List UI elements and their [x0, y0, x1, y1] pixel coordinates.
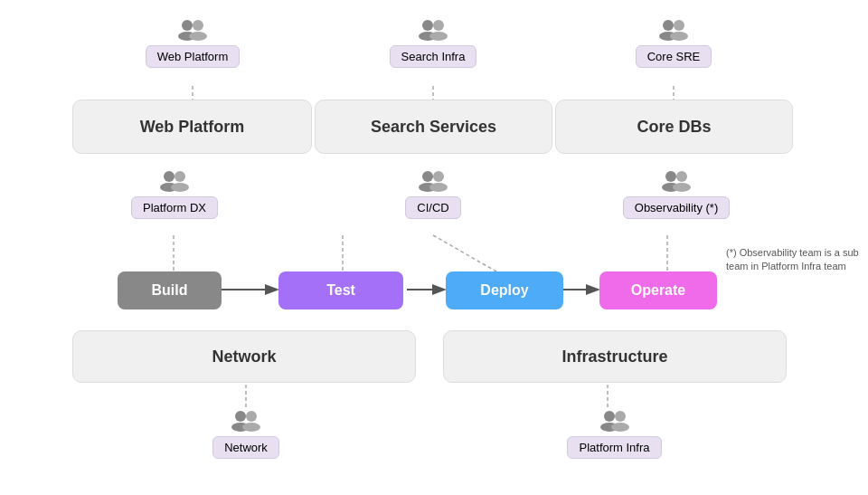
observability-team-group: Observability (*): [627, 167, 726, 219]
svg-point-28: [422, 171, 433, 182]
svg-point-14: [193, 20, 203, 31]
network-node: Network: [72, 330, 416, 383]
core-sre-team-group: Core SRE: [633, 16, 714, 68]
observability-team-label: Observability (*): [623, 196, 730, 219]
platform-dx-team-label: Platform DX: [131, 196, 218, 219]
core-sre-team-icon: [657, 16, 690, 42]
platform-infra-team-icon: [599, 407, 631, 433]
svg-point-40: [604, 411, 615, 422]
core-dbs-node: Core DBs: [555, 100, 793, 154]
cicd-team-label: CI/CD: [405, 196, 460, 219]
web-platform-team-group: Web Platform: [152, 16, 233, 68]
svg-point-36: [235, 411, 246, 422]
build-node: Build: [118, 271, 222, 309]
svg-point-20: [663, 20, 674, 31]
svg-point-32: [665, 171, 676, 182]
platform-infra-team-label: Platform Infra: [567, 436, 661, 459]
deploy-node: Deploy: [446, 271, 563, 309]
svg-point-22: [674, 20, 684, 31]
svg-point-18: [433, 20, 444, 31]
svg-point-27: [171, 183, 189, 192]
svg-point-38: [246, 411, 257, 422]
network-team-icon: [230, 407, 262, 433]
svg-point-19: [429, 32, 448, 41]
search-infra-team-icon: [417, 16, 449, 42]
svg-point-39: [242, 423, 260, 432]
test-node: Test: [278, 271, 403, 309]
web-platform-team-icon: [176, 16, 209, 42]
operate-node: Operate: [599, 271, 717, 309]
cicd-team-icon: [417, 167, 449, 193]
svg-point-30: [433, 171, 444, 182]
architecture-diagram: Web Platform Search Infra Core SRE Web P…: [0, 0, 868, 495]
platform-infra-team-group: Platform Infra: [567, 407, 662, 459]
svg-point-35: [673, 183, 691, 192]
svg-point-43: [611, 423, 629, 432]
search-infra-team-group: Search Infra: [392, 16, 474, 68]
svg-point-12: [182, 20, 193, 31]
observability-team-icon: [660, 167, 693, 193]
svg-point-42: [615, 411, 626, 422]
web-platform-team-label: Web Platform: [146, 45, 241, 68]
network-team-label: Network: [212, 436, 279, 459]
platform-dx-team-group: Platform DX: [134, 167, 215, 219]
search-infra-team-label: Search Infra: [390, 45, 477, 68]
svg-point-24: [164, 171, 175, 182]
infrastructure-node: Infrastructure: [443, 330, 787, 383]
svg-point-26: [175, 171, 185, 182]
observability-note: (*) Observability team is a subteam in P…: [726, 246, 862, 274]
core-sre-team-label: Core SRE: [636, 45, 712, 68]
search-services-node: Search Services: [315, 100, 552, 154]
svg-point-31: [429, 183, 448, 192]
platform-dx-team-icon: [158, 167, 191, 193]
svg-line-5: [433, 235, 496, 271]
cicd-team-group: CI/CD: [392, 167, 474, 219]
svg-point-16: [422, 20, 433, 31]
svg-point-23: [670, 32, 688, 41]
web-platform-node: Web Platform: [72, 100, 312, 154]
svg-point-34: [676, 171, 687, 182]
network-team-group: Network: [205, 407, 287, 459]
svg-point-15: [189, 32, 207, 41]
